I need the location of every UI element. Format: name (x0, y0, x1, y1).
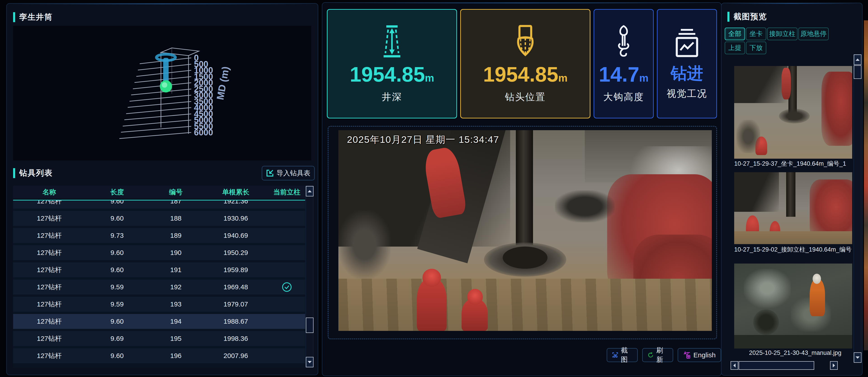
preview-scrollbar[interactable] (854, 54, 861, 362)
preview-hscrollbar-thumb[interactable] (739, 361, 814, 370)
md-axis-label: MD (m) (215, 66, 231, 101)
drill-list-title: 钻具列表 (13, 168, 53, 178)
drilling-dashboard: 孪生井筒 (0, 0, 868, 377)
svg-text:6000: 6000 (194, 128, 213, 137)
screenshot-button[interactable]: 截图 (607, 348, 638, 362)
current-stand-check-icon (282, 282, 292, 292)
well-depth-card: 1954.85m 井深 (327, 9, 457, 119)
import-icon (266, 169, 274, 177)
md-axis-ticks: 0 500 1000 1500 2000 2500 3000 3500 4000… (194, 53, 231, 137)
filter-all-chip[interactable]: 全部 (725, 28, 745, 40)
main-monitor-panel: 1954.85m 井深 1954.85m 钻头位置 (322, 2, 721, 376)
table-row-highlighted[interactable]: 127钻杆9.601941988.67 (13, 314, 305, 329)
filter-lower-chip[interactable]: 下放 (746, 41, 766, 54)
table-row[interactable]: 127钻杆9.601901950.29 (13, 245, 305, 260)
well-depth-label: 井深 (382, 91, 402, 103)
video-actions: 截图 刷新 (607, 348, 721, 362)
col-length: 长度 (86, 188, 149, 197)
translate-icon (683, 351, 691, 359)
screenshot-label: 截图 (621, 346, 632, 364)
wellbore-3d-chart: 0 500 1000 1500 2000 2500 3000 3500 4000… (13, 26, 311, 160)
hook-height-label: 大钩高度 (603, 91, 644, 103)
refresh-icon (648, 351, 654, 359)
visual-condition-card: 钻进 视觉工况 (657, 9, 717, 119)
language-toggle-label: English (693, 351, 716, 359)
table-row[interactable]: 127钻杆9.601871921.36 (13, 200, 305, 209)
screenshot-preview-panel: 截图预览 全部 坐卡 接卸立柱 原地悬停 上提 下放 10-27_15-29-3… (721, 3, 863, 376)
drill-string-graphic (156, 54, 176, 92)
screenshot-preview-title-text: 截图预览 (734, 11, 767, 22)
twin-wellbore-title-text: 孪生井筒 (19, 12, 53, 22)
title-accent-bar (13, 12, 15, 22)
well-depth-value: 1954.85m (350, 64, 434, 85)
screenshot-caption: 10-27_15-29-02_接卸立柱_1940.64m_编号 (734, 246, 856, 254)
preview-scroll-up-button[interactable] (854, 55, 862, 65)
live-video-frame[interactable]: 2025年10月27日 星期一 15:34:47 (338, 130, 712, 331)
filter-hoist-chip[interactable]: 上提 (725, 41, 745, 54)
col-cumulative: 单根累长 (203, 188, 269, 197)
import-drill-list-button[interactable]: 导入钻具表 (262, 166, 315, 180)
preview-scrollbar-thumb[interactable] (854, 65, 862, 79)
table-row[interactable]: 127钻杆9.691951998.36 (13, 331, 305, 346)
visual-condition-label: 视觉工况 (666, 87, 707, 100)
table-row[interactable]: 127钻杆9.601881930.96 (13, 211, 305, 226)
table-row-current-stand[interactable]: 127钻杆9.591921969.48 (13, 280, 305, 294)
import-drill-list-label: 导入钻具表 (276, 168, 310, 178)
filter-slips-set-chip[interactable]: 坐卡 (746, 28, 766, 40)
filter-hover-chip[interactable]: 原地悬停 (798, 28, 829, 40)
refresh-button[interactable]: 刷新 (642, 348, 673, 362)
preview-hscrollbar[interactable] (731, 361, 837, 370)
table-scrollbar-thumb[interactable] (306, 318, 313, 333)
bit-position-value: 1954.85m (483, 64, 567, 85)
preview-scroll-down-button[interactable] (854, 352, 862, 363)
col-number: 编号 (149, 188, 203, 197)
table-row[interactable]: 127钻杆9.601911959.89 (13, 262, 305, 277)
well-depth-icon (377, 24, 407, 58)
visual-condition-monitor-icon (675, 28, 700, 59)
hook-height-value: 14.7m (599, 64, 649, 85)
screenshot-caption: 2025-10-25_21-30-43_manual.jpg (734, 349, 856, 356)
bit-position-label: 钻头位置 (505, 91, 546, 103)
table-scrollbar[interactable] (306, 186, 313, 368)
hook-height-card: 14.7m 大钩高度 (594, 9, 654, 119)
table-row[interactable]: 127钻杆9.601962007.96 (13, 348, 305, 363)
title-accent-bar (727, 12, 730, 22)
wellbore-3d-view[interactable]: 0 500 1000 1500 2000 2500 3000 3500 4000… (13, 26, 311, 160)
hook-icon (614, 24, 634, 58)
refresh-label: 刷新 (656, 346, 668, 364)
twin-wellbore-title: 孪生井筒 (13, 12, 53, 22)
visual-condition-value: 钻进 (671, 65, 703, 82)
twin-wellbore-panel: 孪生井筒 (6, 3, 318, 375)
screenshot-thumbnail[interactable] (734, 66, 852, 159)
filter-stand-connect-chip[interactable]: 接卸立柱 (767, 28, 798, 40)
drill-table-body[interactable]: 127钻杆9.601871921.36 127钻杆9.601881930.96 … (13, 200, 305, 368)
drill-bit-icon (512, 24, 539, 58)
screenshot-caption: 10-27_15-29-37_坐卡_1940.64m_编号_1 (734, 160, 856, 168)
screenshot-thumbnail[interactable] (734, 172, 852, 244)
video-timestamp-overlay: 2025年10月27日 星期一 15:34:47 (347, 133, 499, 146)
title-accent-bar (13, 168, 15, 178)
preview-scroll-left-button[interactable] (731, 361, 738, 370)
preview-scroll-right-button[interactable] (830, 361, 838, 370)
clipped-content-strip (864, 20, 868, 350)
screenshot-preview-title: 截图预览 (727, 11, 767, 22)
live-video-container: 2025年10月27日 星期一 15:34:47 (328, 126, 717, 339)
table-row[interactable]: 127钻杆9.591931979.07 (13, 297, 305, 312)
screenshot-thumbnail[interactable] (734, 263, 852, 348)
col-current-stand: 当前立柱 (269, 188, 305, 197)
drill-list-title-text: 钻具列表 (19, 168, 53, 178)
screenshot-icon (612, 351, 618, 359)
bit-position-card: 1954.85m 钻头位置 (460, 9, 590, 119)
language-toggle-button[interactable]: English (678, 348, 721, 362)
drill-table-header: 名称 长度 编号 单根累长 当前立柱 (13, 186, 305, 198)
table-scroll-down-button[interactable] (306, 357, 313, 367)
table-row[interactable]: 127钻杆9.731891940.69 (13, 228, 305, 243)
col-name: 名称 (13, 188, 86, 197)
table-scroll-up-button[interactable] (306, 186, 313, 196)
